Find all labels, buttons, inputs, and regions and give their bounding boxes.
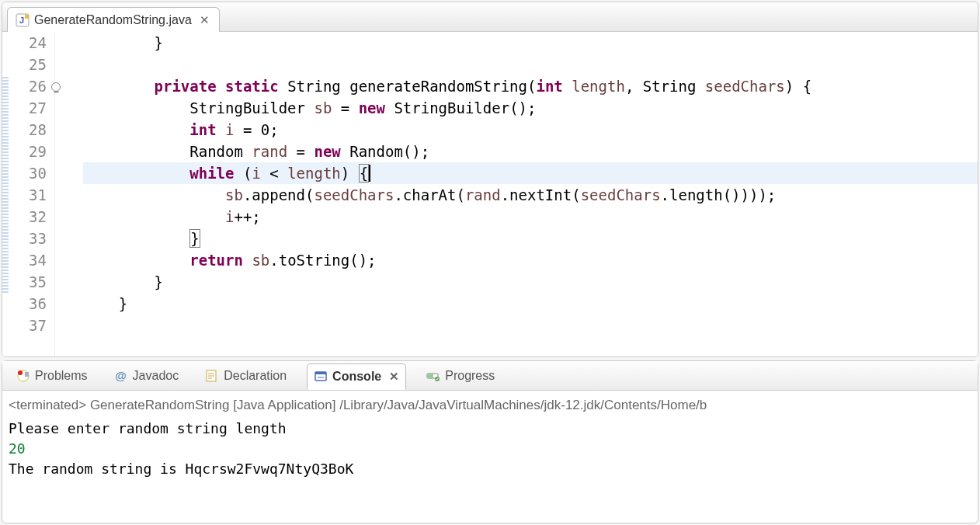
line-number[interactable]: 29 <box>9 141 51 162</box>
code-line[interactable]: } <box>83 271 978 293</box>
tab-declaration[interactable]: Declaration <box>199 366 293 386</box>
progress-icon <box>426 369 440 383</box>
problems-icon <box>16 369 30 383</box>
svg-rect-5 <box>25 372 29 377</box>
tab-label: Console <box>332 370 381 384</box>
console-run-header: <terminated> GenerateRandomString [Java … <box>9 395 971 415</box>
line-number[interactable]: 26 <box>9 75 51 97</box>
svg-rect-10 <box>427 374 433 378</box>
line-number[interactable]: 25 <box>9 54 51 75</box>
close-icon[interactable]: ✕ <box>196 13 210 27</box>
tab-filename: GenerateRandomString.java <box>34 13 192 27</box>
line-number[interactable]: 30 <box>9 162 51 184</box>
line-number[interactable]: 24 <box>9 32 51 54</box>
line-number[interactable]: 35 <box>9 271 51 293</box>
javadoc-icon: @ <box>114 369 128 383</box>
close-icon[interactable]: ✕ <box>386 370 399 384</box>
line-number[interactable]: 34 <box>9 249 51 271</box>
console-icon <box>314 370 328 384</box>
declaration-icon <box>205 369 219 383</box>
java-file-icon: J <box>16 13 30 27</box>
code-line[interactable] <box>83 315 978 336</box>
svg-rect-2 <box>25 15 29 19</box>
console-output[interactable]: <terminated> GenerateRandomString [Java … <box>2 391 978 523</box>
change-ruler <box>2 32 9 356</box>
code-line[interactable]: sb.append(seedChars.charAt(rand.nextInt(… <box>83 184 978 206</box>
line-number[interactable]: 32 <box>9 206 51 228</box>
code-line[interactable] <box>83 54 978 75</box>
tab-label: Declaration <box>224 369 287 383</box>
line-number-gutter[interactable]: 2425262728293031323334353637 <box>9 32 55 356</box>
bottom-panel: Problems @ Javadoc Declaration Console ✕… <box>2 360 978 523</box>
editor-tab-bar: J GenerateRandomString.java ✕ <box>2 2 978 32</box>
code-line[interactable]: StringBuilder sb = new StringBuilder(); <box>83 97 978 119</box>
tab-javadoc[interactable]: @ Javadoc <box>108 366 186 386</box>
code-line[interactable]: } <box>83 32 978 54</box>
line-number[interactable]: 33 <box>9 228 51 249</box>
tab-label: Javadoc <box>133 369 179 383</box>
line-number[interactable]: 37 <box>9 315 51 336</box>
code-line[interactable]: } <box>83 293 978 315</box>
editor-tab[interactable]: J GenerateRandomString.java ✕ <box>7 7 220 32</box>
tab-console[interactable]: Console ✕ <box>307 363 406 390</box>
code-line[interactable]: return sb.toString(); <box>83 249 978 271</box>
editor-panel: J GenerateRandomString.java ✕ 2425262728… <box>2 2 978 357</box>
code-line[interactable]: i++; <box>83 206 978 228</box>
console-line: Please enter random string length <box>9 419 971 439</box>
console-user-input: 20 <box>9 439 971 459</box>
code-line[interactable]: Random rand = new Random(); <box>83 141 978 162</box>
line-number[interactable]: 27 <box>9 97 51 119</box>
console-line: The random string is Hqcrsw2Fvwq7NtyQ3Bo… <box>9 459 971 479</box>
svg-point-4 <box>18 370 23 375</box>
code-line[interactable]: while (i < length) { <box>83 162 978 184</box>
svg-rect-8 <box>315 372 326 374</box>
line-number[interactable]: 28 <box>9 119 51 141</box>
code-text[interactable]: } private static String generateRandomSt… <box>68 32 978 356</box>
tab-progress[interactable]: Progress <box>420 366 501 386</box>
line-number[interactable]: 36 <box>9 293 51 315</box>
code-line[interactable]: } <box>83 228 978 249</box>
tab-label: Problems <box>35 369 88 383</box>
line-number[interactable]: 31 <box>9 184 51 206</box>
svg-text:J: J <box>19 16 24 25</box>
tab-problems[interactable]: Problems <box>10 366 94 386</box>
tab-label: Progress <box>445 369 495 383</box>
code-line[interactable]: int i = 0; <box>83 119 978 141</box>
bottom-tab-bar: Problems @ Javadoc Declaration Console ✕… <box>2 361 978 391</box>
code-area[interactable]: 2425262728293031323334353637 } private s… <box>2 32 978 356</box>
code-line[interactable]: private static String generateRandomStri… <box>83 75 978 97</box>
